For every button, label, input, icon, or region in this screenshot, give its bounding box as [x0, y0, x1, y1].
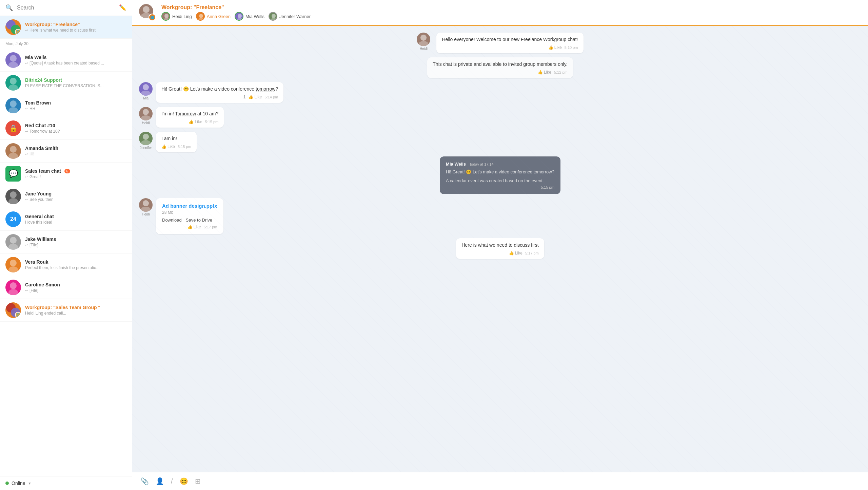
- file-size: 28 Mb: [162, 210, 217, 215]
- message-time-3: 5:14 pm: [264, 95, 278, 99]
- chat-preview: ↩ See you then: [25, 197, 126, 202]
- like-button-2[interactable]: 👍 Like: [538, 70, 551, 75]
- msg-avatar-heidi-3: Heidi: [139, 198, 153, 216]
- chat-preview: ↩ Here is what we need to discuss first: [25, 28, 126, 33]
- chat-info: Red Chat #10 ↩ Tomorrow at 10?: [25, 123, 126, 134]
- avatar: [5, 189, 21, 204]
- status-dropdown-arrow[interactable]: ▼: [28, 482, 31, 485]
- svg-point-38: [143, 200, 149, 206]
- avatar: [5, 143, 21, 159]
- chat-item-vera-rouk[interactable]: Vera Rouk Perfect them, let's finish the…: [0, 253, 132, 276]
- chat-item-workgroup-freelance[interactable]: 🌐 Workgroup: "Freelance" ↩ Here is what …: [0, 16, 132, 39]
- emoji-icon[interactable]: 😊: [180, 477, 188, 485]
- message-meta-3: 1 👍 Like 5:14 pm: [161, 95, 278, 99]
- svg-point-8: [10, 146, 17, 153]
- svg-point-28: [272, 14, 276, 18]
- message-row-8: Here is what we need to discuss first 👍 …: [139, 238, 861, 259]
- online-status-label: Online: [12, 480, 25, 486]
- chat-item-general-chat[interactable]: 24 General chat I love this idea!: [0, 208, 132, 231]
- chat-name: Sales team chat 6: [25, 168, 126, 174]
- chat-info: Caroline Simon ↩ [File]: [25, 282, 126, 293]
- member-jennifer: Jennifer Warner: [269, 12, 311, 21]
- member-heidi: Heidi Ling: [161, 12, 192, 21]
- chat-list: 🌐 Workgroup: "Freelance" ↩ Here is what …: [0, 16, 132, 476]
- chat-preview: Heidi Ling ended call...: [25, 311, 126, 316]
- like-button-1[interactable]: 👍 Like: [548, 45, 562, 50]
- like-button-3[interactable]: 👍 Like: [248, 95, 262, 99]
- chat-item-mia-wells[interactable]: Mia Wells ↩ [Quote] A task has been crea…: [0, 49, 132, 72]
- chat-name: Workgroup: "Sales Team Group ": [25, 305, 126, 310]
- file-name: Ad banner design.pptx: [162, 203, 217, 209]
- like-button-7[interactable]: 👍 Like: [188, 225, 201, 229]
- svg-point-33: [141, 91, 151, 96]
- message-row-4: Heidi I'm in! Tomorrow at 10 am? 👍 Like …: [139, 107, 861, 128]
- message-text-2: This chat is private and available to in…: [433, 61, 567, 68]
- chat-preview: ↩ HR: [25, 106, 126, 111]
- chat-item-jane-young[interactable]: Jane Young ↩ See you then: [0, 185, 132, 208]
- sidebar-footer: Online ▼: [0, 476, 132, 490]
- chat-item-sales-team[interactable]: 💬 Sales team chat 6 ↩ Great!: [0, 163, 132, 185]
- chat-info: Mia Wells ↩ [Quote] A task has been crea…: [25, 55, 126, 65]
- slash-icon[interactable]: /: [171, 477, 173, 485]
- svg-point-37: [141, 140, 151, 145]
- svg-point-3: [8, 62, 18, 68]
- avatar: [5, 52, 21, 68]
- member-name-mia: Mia Wells: [245, 14, 264, 19]
- underline-word-2: Tomorrow: [175, 111, 196, 116]
- avatar: [5, 98, 21, 113]
- message-meta-4: 👍 Like 5:15 pm: [161, 119, 218, 124]
- chat-item-jake-williams[interactable]: Jake Williams ↩ [File]: [0, 231, 132, 253]
- chat-item-tom-brown[interactable]: Tom Brown ↩ HR: [0, 94, 132, 117]
- chat-item-caroline-simon[interactable]: Caroline Simon ↩ [File]: [0, 276, 132, 299]
- date-divider: Mon, July 30: [0, 39, 132, 49]
- chat-info: Workgroup: "Sales Team Group " Heidi Lin…: [25, 305, 126, 316]
- message-time-4: 5:15 pm: [205, 120, 218, 124]
- chat-preview: I love this idea!: [25, 220, 126, 225]
- chat-item-amanda-smith[interactable]: Amanda Smith ↩ Hi!: [0, 140, 132, 163]
- chat-name: Amanda Smith: [25, 146, 126, 151]
- like-button-8[interactable]: 👍 Like: [509, 251, 522, 256]
- svg-point-29: [271, 18, 277, 21]
- msg-avatar-heidi-1: Heidi: [417, 33, 430, 51]
- message-row-1: Heidi Hello everyone! Welcome to our new…: [139, 33, 861, 53]
- msg-avatar-jennifer-1: Jennifer: [139, 132, 153, 150]
- svg-point-31: [419, 41, 428, 46]
- chat-preview: ↩ Great!: [25, 174, 126, 179]
- svg-point-6: [10, 100, 17, 107]
- message-bubble-1: Hello everyone! Welcome to our new Freel…: [436, 33, 583, 53]
- svg-point-13: [8, 244, 18, 250]
- message-text-1: Hello everyone! Welcome to our new Freel…: [442, 36, 578, 43]
- message-bubble-4: I'm in! Tomorrow at 10 am? 👍 Like 5:15 p…: [156, 107, 224, 128]
- grid-icon[interactable]: ⊞: [195, 477, 201, 485]
- message-row-2: This chat is private and available to in…: [139, 57, 861, 78]
- svg-point-22: [164, 14, 169, 18]
- svg-point-36: [143, 134, 149, 140]
- attach-icon[interactable]: 📎: [140, 477, 149, 485]
- chat-info: Vera Rouk Perfect them, let's finish the…: [25, 259, 126, 270]
- like-button-4[interactable]: 👍 Like: [189, 119, 202, 124]
- svg-point-35: [141, 115, 151, 120]
- chat-item-workgroup-sales[interactable]: 🌐 Workgroup: "Sales Team Group " Heidi L…: [0, 299, 132, 322]
- quoted-meta: 5:15 pm: [446, 185, 554, 189]
- compose-icon[interactable]: ✏️: [119, 4, 126, 12]
- member-avatar-heidi: [161, 12, 170, 21]
- search-input[interactable]: [17, 5, 115, 11]
- chat-name: Vera Rouk: [25, 259, 126, 265]
- svg-point-32: [143, 84, 149, 90]
- svg-point-17: [8, 289, 18, 295]
- chat-item-bitrix-support[interactable]: Bitrix24 Support PLEASE RATE THE CONVERS…: [0, 72, 132, 94]
- message-time-8: 5:17 pm: [525, 251, 539, 255]
- avatar: 💬: [5, 166, 21, 182]
- person-icon[interactable]: 👤: [156, 477, 164, 485]
- download-button[interactable]: Download: [162, 218, 182, 223]
- chat-item-red-chat[interactable]: 🔒 Red Chat #10 ↩ Tomorrow at 10?: [0, 117, 132, 140]
- save-to-drive-button[interactable]: Save to Drive: [186, 218, 212, 223]
- chat-name: Jake Williams: [25, 237, 126, 242]
- like-button-5[interactable]: 👍 Like: [161, 144, 175, 149]
- avatar: [5, 234, 21, 250]
- message-meta-8: 👍 Like 5:17 pm: [461, 251, 538, 256]
- chat-info: Jake Williams ↩ [File]: [25, 237, 126, 247]
- header-members: Heidi Ling Anna Green Mia Wells: [161, 12, 861, 21]
- message-time-1: 5:10 pm: [565, 45, 578, 50]
- chat-preview: ↩ [Quote] A task has been created based …: [25, 61, 126, 65]
